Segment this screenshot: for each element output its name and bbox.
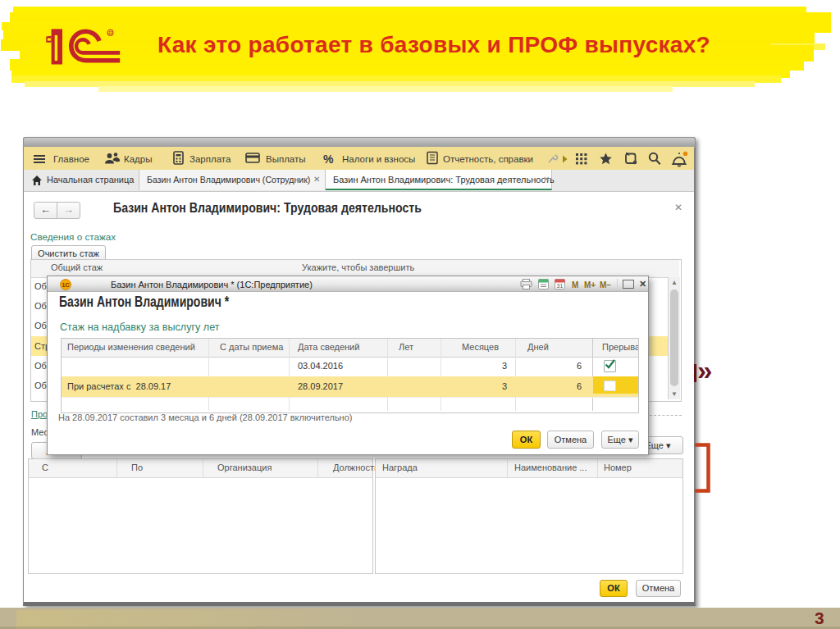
svg-text:M: M bbox=[572, 280, 578, 289]
svg-text:Налоги и взносы: Налоги и взносы bbox=[342, 154, 415, 164]
svg-text:Главное: Главное bbox=[53, 154, 89, 164]
svg-text:Выплаты: Выплаты bbox=[266, 154, 306, 164]
svg-text:R: R bbox=[108, 30, 112, 35]
svg-text:Кадры: Кадры bbox=[124, 154, 152, 164]
svg-text:Отчетность, справки: Отчетность, справки bbox=[443, 154, 533, 164]
svg-text:1C: 1C bbox=[62, 281, 70, 289]
svg-text:M–: M– bbox=[600, 280, 611, 289]
svg-text:31: 31 bbox=[557, 283, 564, 289]
svg-text:%: % bbox=[323, 153, 334, 166]
svg-text:Зарплата: Зарплата bbox=[189, 154, 231, 164]
svg-text:M+: M+ bbox=[584, 280, 596, 289]
